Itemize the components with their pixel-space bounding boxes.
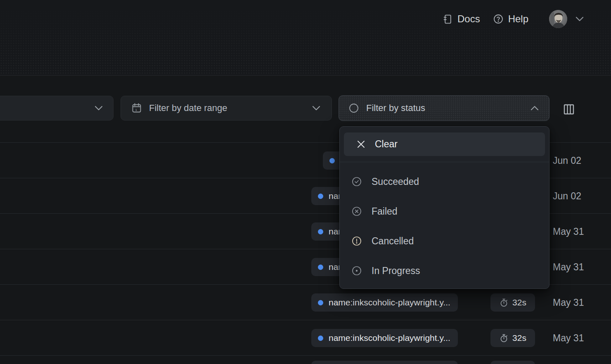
menu-item-cancelled[interactable]: Cancelled xyxy=(340,226,549,256)
svg-text:1: 1 xyxy=(135,108,137,112)
status-filter-button[interactable]: Filter by status xyxy=(339,95,549,121)
status-circle-icon xyxy=(349,103,359,113)
docs-label: Docs xyxy=(457,13,480,25)
clear-filter-item[interactable]: Clear xyxy=(344,132,545,156)
menu-item-failed[interactable]: Failed xyxy=(340,196,549,226)
alert-circle-icon xyxy=(352,236,362,246)
status-options-list: Succeeded Failed xyxy=(340,167,549,286)
chevron-down-icon xyxy=(94,105,103,111)
menu-item-succeeded[interactable]: Succeeded xyxy=(340,167,549,196)
status-dot-icon xyxy=(318,229,323,234)
run-date: May 31 xyxy=(553,320,584,356)
table-row[interactable]: name:inkscoholic-playwright.y... 32s xyxy=(0,356,611,364)
chevron-down-icon xyxy=(312,105,321,111)
status-filter-menu: Clear Succeeded xyxy=(339,126,549,289)
run-name-badge[interactable]: name:inkscoholic-playwright.y... xyxy=(311,293,458,312)
runs-dashboard: Docs Help xyxy=(0,0,611,364)
close-icon xyxy=(356,139,366,149)
user-avatar xyxy=(549,10,567,28)
check-circle-icon xyxy=(352,177,362,187)
menu-item-in-progress[interactable]: In Progress xyxy=(340,256,549,286)
run-date: Jun 02 xyxy=(553,178,581,214)
status-dot-icon xyxy=(318,300,323,305)
menu-item-label: Failed xyxy=(372,206,398,217)
date-range-filter-button[interactable]: 1 Filter by date range xyxy=(121,96,332,121)
page-header: Docs Help xyxy=(0,0,611,76)
status-dot-icon xyxy=(318,194,323,199)
run-date: May 31 xyxy=(553,249,584,285)
user-menu[interactable] xyxy=(549,10,585,28)
menu-item-label: Succeeded xyxy=(372,176,419,187)
status-filter-label: Filter by status xyxy=(366,103,425,113)
x-circle-icon xyxy=(352,206,362,216)
columns-icon xyxy=(563,104,575,115)
book-icon xyxy=(443,14,452,24)
duration-badge: 32s xyxy=(490,293,535,312)
help-link[interactable]: Help xyxy=(493,13,528,25)
status-dot-icon xyxy=(329,158,335,163)
table-row[interactable]: name:inkscoholic-playwright.y... 32s May… xyxy=(0,320,611,356)
menu-item-label: In Progress xyxy=(372,265,420,277)
docs-link[interactable]: Docs xyxy=(443,13,480,25)
progress-circle-icon xyxy=(352,266,362,276)
date-range-filter-label: Filter by date range xyxy=(149,103,227,113)
stopwatch-icon xyxy=(499,298,509,307)
menu-item-label: Cancelled xyxy=(372,236,414,247)
status-dot-icon xyxy=(318,336,323,341)
header-nav: Docs Help xyxy=(443,9,585,29)
columns-toggle-button[interactable] xyxy=(561,102,576,116)
clear-filter-label: Clear xyxy=(375,139,398,150)
table-row[interactable]: name:inkscoholic-playwright.y... 32s May… xyxy=(0,285,611,320)
status-dot-icon xyxy=(318,265,323,270)
calendar-icon: 1 xyxy=(132,103,142,113)
help-circle-icon xyxy=(493,14,503,24)
run-date: May 31 xyxy=(553,214,584,249)
duration-badge: 32s xyxy=(490,329,535,347)
run-date: Jun 02 xyxy=(553,143,581,178)
run-name-badge[interactable]: name:inkscoholic-playwright.y... xyxy=(311,361,458,364)
duration-badge: 32s xyxy=(490,361,535,364)
project-filter-dropdown[interactable] xyxy=(0,96,114,121)
chevron-down-icon xyxy=(575,16,585,22)
menu-divider xyxy=(340,162,549,162)
chevron-up-icon xyxy=(530,105,539,111)
run-name-badge[interactable]: name:inkscoholic-playwright.y... xyxy=(311,329,458,347)
run-date: May 31 xyxy=(553,285,584,320)
stopwatch-icon xyxy=(499,333,509,343)
help-label: Help xyxy=(508,13,528,25)
